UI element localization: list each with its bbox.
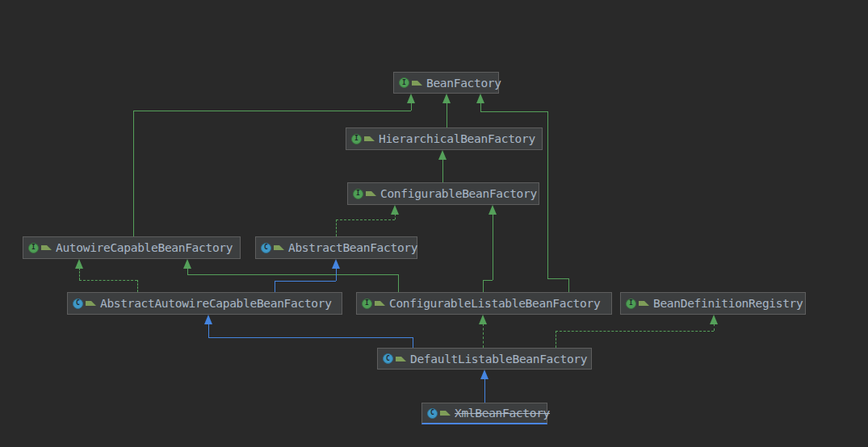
edge-implements-segment (714, 324, 715, 331)
extends-arrowhead-icon (476, 94, 484, 103)
interface-icon: I (626, 299, 636, 309)
expand-arrow-icon (375, 301, 385, 306)
expand-arrow-icon (86, 301, 96, 306)
interface-icon: I (362, 299, 372, 309)
edge-extends-segment (484, 378, 485, 403)
edge-extends-segment (398, 274, 399, 292)
node-label: HierarchicalBeanFactory (379, 132, 535, 145)
edge-implements-segment (483, 324, 484, 348)
edge-extends-segment (275, 281, 336, 282)
edge-implements-segment (556, 331, 714, 332)
interface-node-HierarchicalBeanFactory[interactable]: IHierarchicalBeanFactory (346, 127, 543, 150)
edge-implements-segment (137, 280, 138, 292)
extends-arrowhead-icon (183, 259, 191, 269)
class-node-DefaultListableBeanFactory[interactable]: CDefaultListableBeanFactory (377, 348, 592, 370)
extends-arrowhead-icon (489, 205, 497, 215)
expand-arrow-icon (41, 245, 52, 250)
interface-icon: I (28, 243, 39, 253)
implements-arrowhead-icon (479, 315, 487, 324)
edge-extends-segment (208, 324, 209, 337)
edge-implements-segment (79, 280, 137, 281)
edge-extends-segment (568, 278, 569, 292)
edge-extends-segment (413, 337, 413, 348)
edge-implements-segment (556, 331, 556, 348)
implements-arrowhead-icon (710, 315, 718, 324)
implements-arrowhead-icon (75, 259, 83, 269)
extends-arrowhead-icon (438, 150, 447, 160)
edge-extends-segment (133, 111, 411, 111)
node-label: BeanFactory (426, 77, 501, 90)
interface-node-BeanDefinitionRegistry[interactable]: IBeanDefinitionRegistry (620, 292, 806, 315)
node-label: DefaultListableBeanFactory (410, 353, 587, 366)
expand-arrow-icon (440, 411, 451, 416)
edge-implements-segment (336, 219, 395, 220)
expand-arrow-icon (274, 245, 284, 250)
edge-extends-segment (411, 102, 412, 111)
interface-node-AutowireCapableBeanFactory[interactable]: IAutowireCapableBeanFactory (23, 236, 241, 259)
expand-arrow-icon (396, 357, 406, 361)
interface-icon: I (353, 189, 363, 199)
node-label: XmlBeanFactory (455, 407, 550, 420)
extends-arrowhead-icon (407, 94, 415, 103)
expand-arrow-icon (412, 81, 422, 86)
class-icon: C (427, 408, 438, 419)
edge-extends-segment (447, 102, 447, 127)
edge-extends-segment (133, 111, 134, 236)
edge-extends-segment (187, 274, 398, 275)
extends-arrowhead-icon (204, 315, 212, 324)
edge-extends-segment (208, 337, 413, 338)
edge-extends-segment (187, 268, 188, 274)
node-label: AbstractAutowireCapableBeanFactory (100, 297, 332, 310)
edge-extends-segment (480, 102, 481, 111)
class-icon: C (73, 299, 83, 309)
expand-arrow-icon (639, 301, 649, 306)
interface-node-ConfigurableListableBeanFactory[interactable]: IConfigurableListableBeanFactory (356, 292, 612, 315)
interface-icon: I (399, 77, 409, 88)
expand-arrow-icon (366, 191, 376, 196)
edge-extends-segment (483, 280, 493, 281)
edge-extends-segment (275, 281, 275, 292)
class-node-AbstractAutowireCapableBeanFactory[interactable]: CAbstractAutowireCapableBeanFactory (67, 292, 342, 315)
edge-extends-segment (480, 111, 547, 112)
edge-extends-segment (493, 214, 493, 280)
extends-arrowhead-icon (332, 259, 340, 269)
node-label: AbstractBeanFactory (288, 241, 417, 254)
node-label: AutowireCapableBeanFactory (56, 241, 233, 254)
node-label: BeanDefinitionRegistry (653, 297, 803, 310)
class-diagram-canvas: IBeanFactoryIHierarchicalBeanFactoryICon… (0, 0, 868, 447)
edge-extends-segment (442, 159, 443, 182)
node-label: ConfigurableListableBeanFactory (389, 297, 600, 310)
node-label: ConfigurableBeanFactory (380, 187, 537, 200)
edge-extends-segment (547, 278, 568, 279)
class-node-XmlBeanFactory[interactable]: CXmlBeanFactory (421, 403, 547, 424)
edge-extends-segment (336, 268, 337, 281)
edge-implements-segment (79, 268, 80, 280)
expand-arrow-icon (364, 136, 375, 141)
edge-implements-segment (395, 214, 396, 219)
implements-arrowhead-icon (391, 205, 399, 215)
edge-implements-segment (336, 219, 337, 236)
edge-extends-segment (547, 111, 548, 278)
class-icon: C (261, 243, 271, 253)
extends-arrowhead-icon (480, 370, 489, 379)
class-node-AbstractBeanFactory[interactable]: CAbstractBeanFactory (255, 236, 417, 259)
interface-node-BeanFactory[interactable]: IBeanFactory (393, 72, 499, 94)
edge-extends-segment (483, 280, 484, 292)
class-icon: C (383, 353, 393, 364)
interface-node-ConfigurableBeanFactory[interactable]: IConfigurableBeanFactory (347, 182, 539, 205)
interface-icon: I (351, 134, 362, 144)
extends-arrowhead-icon (442, 94, 451, 103)
